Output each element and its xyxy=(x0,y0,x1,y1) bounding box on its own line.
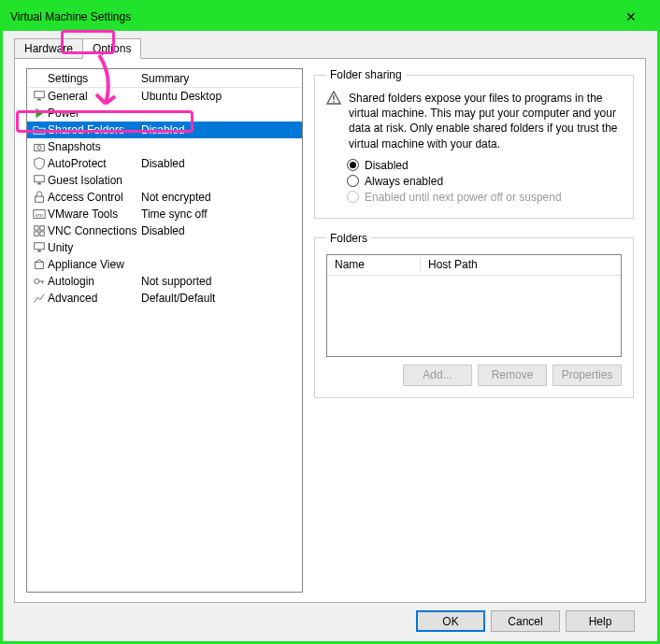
list-item-guest-isolation[interactable]: Guest Isolation xyxy=(27,172,302,189)
item-summary: Default/Default xyxy=(141,292,302,305)
list-header: Settings Summary xyxy=(27,69,302,88)
folder-sharing-group: Folder sharing Shared folders expose you… xyxy=(314,68,634,219)
grid-icon xyxy=(31,224,48,237)
radio-icon xyxy=(347,191,359,203)
svg-rect-4 xyxy=(35,176,45,182)
lock-icon xyxy=(31,191,48,204)
header-summary: Summary xyxy=(141,72,302,85)
folders-table-header: Name Host Path xyxy=(327,255,621,276)
list-item-snapshots[interactable]: Snapshots xyxy=(27,138,302,155)
svg-rect-12 xyxy=(40,232,44,236)
item-summary: Disabled xyxy=(141,123,302,136)
chart-icon xyxy=(31,292,48,305)
list-item-shared-folders[interactable]: Shared FoldersDisabled xyxy=(27,122,302,138)
svg-rect-18 xyxy=(333,101,334,103)
folders-group: Folders Name Host Path Add... Remove Pro… xyxy=(314,232,634,398)
folder-icon xyxy=(31,123,48,136)
item-name: Snapshots xyxy=(48,140,141,153)
radio-icon xyxy=(347,159,359,171)
item-summary: Disabled xyxy=(141,157,302,170)
item-name: General xyxy=(48,90,141,103)
box-icon xyxy=(31,258,48,271)
vm-settings-window: Virtual Machine Settings ✕ Hardware Opti… xyxy=(0,0,660,644)
item-name: Advanced xyxy=(48,292,141,305)
camera-icon xyxy=(31,140,48,153)
svg-rect-11 xyxy=(35,232,38,236)
list-item-vnc-connections[interactable]: VNC ConnectionsDisabled xyxy=(27,222,302,239)
header-settings: Settings xyxy=(48,72,141,85)
dialog-footer: OK Cancel Help xyxy=(14,603,646,632)
svg-rect-13 xyxy=(35,243,45,250)
settings-list[interactable]: Settings Summary GeneralUbuntu DesktopPo… xyxy=(26,68,303,593)
svg-point-16 xyxy=(35,279,39,283)
item-summary: Disabled xyxy=(141,224,302,237)
svg-rect-5 xyxy=(37,183,41,185)
list-item-autoprotect[interactable]: AutoProtectDisabled xyxy=(27,155,302,172)
folders-table[interactable]: Name Host Path xyxy=(326,254,622,357)
radio-disabled[interactable]: Disabled xyxy=(347,159,622,172)
svg-rect-10 xyxy=(40,226,44,230)
svg-rect-15 xyxy=(36,262,44,268)
col-host-path: Host Path xyxy=(421,258,621,271)
list-item-advanced[interactable]: AdvancedDefault/Default xyxy=(27,290,302,307)
list-item-vmware-tools[interactable]: vmVMware ToolsTime sync off xyxy=(27,206,302,222)
list-item-general[interactable]: GeneralUbuntu Desktop xyxy=(27,88,302,105)
titlebar: Virtual Machine Settings ✕ xyxy=(3,3,657,31)
svg-rect-17 xyxy=(333,95,334,100)
cancel-button[interactable]: Cancel xyxy=(491,610,560,632)
svg-text:vm: vm xyxy=(36,211,43,218)
help-button[interactable]: Help xyxy=(566,610,635,632)
close-icon[interactable]: ✕ xyxy=(612,9,650,24)
list-item-access-control[interactable]: Access ControlNot encrypted xyxy=(27,189,302,206)
item-name: Unity xyxy=(48,241,141,254)
vm-icon: vm xyxy=(31,208,48,221)
window-title: Virtual Machine Settings xyxy=(10,10,612,23)
svg-point-3 xyxy=(37,146,41,150)
item-summary: Not supported xyxy=(141,275,302,288)
key-icon xyxy=(31,275,48,288)
col-name: Name xyxy=(327,258,421,271)
monitor-icon xyxy=(31,241,48,254)
warning-text: Shared folders expose your files to prog… xyxy=(349,91,622,151)
item-name: Guest Isolation xyxy=(48,174,141,187)
item-summary: Time sync off xyxy=(141,208,302,221)
ok-button[interactable]: OK xyxy=(416,610,485,632)
item-name: VMware Tools xyxy=(48,208,141,221)
item-name: Autologin xyxy=(48,275,141,288)
svg-rect-14 xyxy=(37,250,41,252)
svg-rect-1 xyxy=(37,99,41,101)
tab-options[interactable]: Options xyxy=(82,38,141,59)
add-button: Add... xyxy=(403,365,472,386)
item-name: Access Control xyxy=(48,191,141,204)
item-summary: Not encrypted xyxy=(141,191,302,204)
shield-icon xyxy=(31,157,48,170)
svg-rect-0 xyxy=(35,92,45,98)
tab-hardware[interactable]: Hardware xyxy=(14,38,83,59)
item-name: AutoProtect xyxy=(48,157,141,170)
radio-icon xyxy=(347,175,359,187)
play-icon xyxy=(31,107,48,120)
radio-always[interactable]: Always enabled xyxy=(347,175,622,188)
item-summary: Ubuntu Desktop xyxy=(141,90,302,103)
svg-rect-9 xyxy=(35,226,38,230)
item-name: Power xyxy=(48,107,141,120)
warning-icon xyxy=(326,91,341,151)
item-name: VNC Connections xyxy=(48,224,141,237)
list-item-appliance-view[interactable]: Appliance View xyxy=(27,256,302,273)
list-item-unity[interactable]: Unity xyxy=(27,239,302,256)
list-item-power[interactable]: Power xyxy=(27,105,302,122)
remove-button: Remove xyxy=(478,365,547,386)
monitor-icon xyxy=(31,174,48,187)
item-name: Appliance View xyxy=(48,258,141,271)
properties-button: Properties xyxy=(552,365,622,386)
folders-legend: Folders xyxy=(326,232,371,245)
monitor-icon xyxy=(31,90,48,103)
tab-bar: Hardware Options xyxy=(14,38,646,59)
svg-rect-6 xyxy=(36,196,44,202)
list-item-autologin[interactable]: AutologinNot supported xyxy=(27,273,302,290)
radio-until-suspend: Enabled until next power off or suspend xyxy=(347,191,622,204)
folder-sharing-legend: Folder sharing xyxy=(326,68,406,81)
item-name: Shared Folders xyxy=(48,123,141,136)
